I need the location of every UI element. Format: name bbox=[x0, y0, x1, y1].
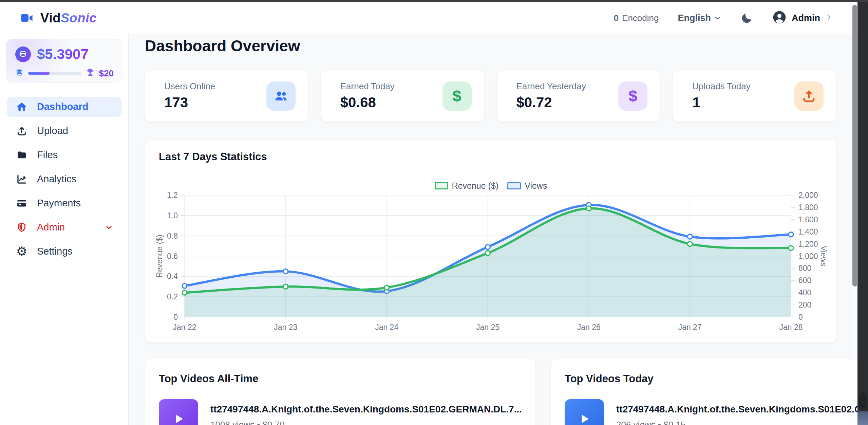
svg-text:Jan 26: Jan 26 bbox=[577, 323, 601, 332]
svg-text:Views: Views bbox=[819, 246, 828, 266]
stat-label: Earned Yesterday bbox=[516, 81, 586, 92]
coins-badge-icon bbox=[15, 47, 31, 62]
theme-toggle[interactable] bbox=[741, 12, 753, 24]
logo-text-sonic: Sonic bbox=[61, 11, 97, 25]
play-icon bbox=[171, 411, 186, 425]
svg-text:1,600: 1,600 bbox=[798, 215, 818, 224]
svg-text:600: 600 bbox=[798, 276, 811, 285]
encoding-label: Encoding bbox=[622, 13, 659, 23]
trophy-icon bbox=[86, 68, 95, 79]
sidebar-item-files[interactable]: Files bbox=[7, 145, 121, 165]
shield-icon bbox=[16, 221, 28, 234]
card-title: Top Videos All-Time bbox=[159, 373, 522, 385]
earnings-progress-bar bbox=[28, 72, 81, 75]
sidebar-item-label: Analytics bbox=[37, 173, 76, 185]
top-videos-alltime-card: Top Videos All-Time tt27497448.A.Knight.… bbox=[145, 359, 536, 425]
dollar-icon: $ bbox=[442, 81, 472, 111]
logo[interactable]: VidSonic bbox=[19, 11, 97, 25]
svg-text:800: 800 bbox=[798, 264, 811, 273]
upload-icon bbox=[794, 81, 824, 111]
svg-text:1,400: 1,400 bbox=[798, 227, 818, 236]
svg-text:Jan 22: Jan 22 bbox=[173, 323, 196, 332]
play-icon bbox=[577, 411, 592, 425]
stat-card-earned-today: Earned Today$0.68$ bbox=[321, 70, 484, 122]
moon-icon bbox=[741, 12, 753, 24]
encoding-count: 0 bbox=[614, 13, 619, 23]
sidebar-item-admin[interactable]: Admin bbox=[7, 217, 121, 237]
line-chart: 00.20.40.60.81.01.202004006008001,0001,2… bbox=[145, 140, 836, 343]
gear-icon: ⚙ bbox=[16, 245, 28, 258]
app-window: VidSonic 0 Encoding English Admin bbox=[0, 0, 868, 425]
svg-text:Jan 27: Jan 27 bbox=[678, 323, 702, 332]
encoding-status[interactable]: 0 Encoding bbox=[614, 13, 659, 23]
svg-text:0.8: 0.8 bbox=[167, 232, 178, 240]
stat-label: Earned Today bbox=[340, 81, 395, 92]
sidebar-nav: DashboardUploadFilesAnalyticsPaymentsAdm… bbox=[0, 97, 128, 265]
stat-value: 1 bbox=[692, 94, 751, 111]
main-content: Dashboard Overview Users Online173Earned… bbox=[129, 34, 853, 425]
svg-text:0: 0 bbox=[173, 313, 178, 321]
balance-card[interactable]: $5.3907 $20 bbox=[6, 39, 122, 82]
sidebar-item-analytics[interactable]: Analytics bbox=[7, 169, 121, 189]
window-right-edge bbox=[857, 0, 868, 425]
stat-label: Users Online bbox=[164, 81, 215, 92]
sidebar-item-label: Payments bbox=[37, 198, 81, 209]
window-corner-shadow bbox=[858, 392, 867, 410]
dollar-icon: $ bbox=[618, 81, 647, 111]
svg-text:Jan 23: Jan 23 bbox=[274, 323, 297, 332]
stat-card-uploads-today: Uploads Today1 bbox=[673, 70, 836, 122]
svg-text:400: 400 bbox=[798, 288, 811, 297]
user-menu[interactable]: Admin bbox=[772, 10, 833, 26]
desktop-background-sliver bbox=[857, 411, 868, 425]
svg-text:1,800: 1,800 bbox=[798, 203, 818, 212]
top-navbar: VidSonic 0 Encoding English Admin bbox=[0, 2, 857, 34]
language-selector[interactable]: English bbox=[678, 13, 722, 23]
sidebar-item-payments[interactable]: Payments bbox=[7, 193, 121, 213]
avatar bbox=[772, 10, 787, 26]
video-thumbnail[interactable] bbox=[565, 399, 604, 425]
svg-text:Jan 24: Jan 24 bbox=[375, 323, 398, 332]
sidebar: $5.3907 $20 DashboardUploadFilesAnalytic… bbox=[0, 34, 129, 425]
coins-icon bbox=[15, 68, 24, 79]
svg-text:1.0: 1.0 bbox=[167, 211, 178, 220]
statistics-chart-card: Last 7 Days Statistics Revenue ($)Views … bbox=[145, 140, 837, 343]
users-icon bbox=[266, 81, 296, 111]
analytics-icon bbox=[16, 173, 28, 185]
svg-text:2,000: 2,000 bbox=[798, 191, 818, 200]
svg-text:0: 0 bbox=[798, 313, 803, 321]
payments-icon bbox=[16, 197, 28, 209]
language-label: English bbox=[678, 13, 711, 23]
window-top-edge bbox=[0, 0, 868, 2]
goal-amount: $20 bbox=[99, 68, 114, 79]
balance-amount: $5.3907 bbox=[37, 46, 89, 62]
svg-text:200: 200 bbox=[798, 300, 811, 309]
svg-text:Jan 28: Jan 28 bbox=[779, 323, 803, 332]
scrollbar-thumb[interactable] bbox=[852, 5, 857, 287]
sidebar-item-upload[interactable]: Upload bbox=[7, 121, 121, 141]
sidebar-item-label: Dashboard bbox=[37, 101, 88, 112]
chevron-down-icon bbox=[714, 14, 722, 22]
video-meta: 206 views • $0.15 bbox=[616, 420, 868, 425]
svg-text:1.2: 1.2 bbox=[167, 191, 178, 200]
video-thumbnail[interactable] bbox=[159, 399, 198, 425]
svg-text:Revenue ($): Revenue ($) bbox=[155, 235, 164, 278]
stat-value: $0.72 bbox=[516, 94, 586, 111]
sidebar-item-dashboard[interactable]: Dashboard bbox=[7, 97, 121, 117]
stat-label: Uploads Today bbox=[692, 81, 751, 92]
svg-text:0.6: 0.6 bbox=[167, 252, 178, 261]
video-list-item[interactable]: tt27497448.A.Knight.of.the.Seven.Kingdom… bbox=[565, 399, 868, 425]
folder-icon bbox=[16, 149, 28, 161]
sidebar-item-label: Upload bbox=[37, 125, 68, 136]
stat-value: 173 bbox=[164, 94, 215, 111]
video-title: tt27497448.A.Knight.of.the.Seven.Kingdom… bbox=[210, 404, 522, 415]
stat-card-users-online: Users Online173 bbox=[145, 70, 308, 122]
svg-text:1,200: 1,200 bbox=[798, 240, 818, 248]
video-title: tt27497448.A.Knight.of.the.Seven.Kingdom… bbox=[616, 404, 868, 415]
chevron-right-icon bbox=[825, 13, 833, 23]
video-list-item[interactable]: tt27497448.A.Knight.of.the.Seven.Kingdom… bbox=[159, 399, 522, 425]
stat-value: $0.68 bbox=[340, 94, 395, 111]
sidebar-item-label: Settings bbox=[37, 246, 73, 257]
top-videos-today-card: Top Videos Today tt27497448.A.Knight.of.… bbox=[551, 359, 868, 425]
sidebar-item-settings[interactable]: ⚙Settings bbox=[7, 241, 121, 261]
page-title: Dashboard Overview bbox=[145, 37, 300, 55]
